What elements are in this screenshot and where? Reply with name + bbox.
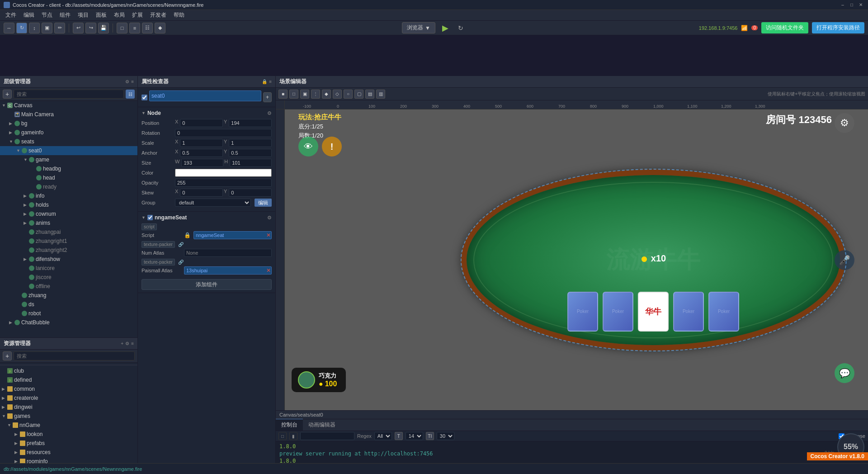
node-active-checkbox[interactable] <box>142 95 147 100</box>
expand-arrow-holds[interactable]: ▶ <box>24 203 29 207</box>
tree-node-chatbubble[interactable]: ▶ ChatBubble <box>0 318 137 327</box>
tree-node-cownum[interactable]: ▶ cownum <box>0 209 137 218</box>
scene-tool-4[interactable]: ⋮ <box>311 90 320 99</box>
properties-lock-icon[interactable]: 🔒 <box>262 79 267 84</box>
menu-edit[interactable]: 编辑 <box>20 10 38 20</box>
group-select[interactable]: default <box>175 199 251 207</box>
open-install-button[interactable]: 打开程序安装路径 <box>812 22 864 33</box>
scene-canvas[interactable]: -100 0 100 200 300 400 500 600 700 800 9… <box>276 100 868 410</box>
expand-arrow-nngame[interactable]: ▼ <box>7 423 13 427</box>
rect-tool-button[interactable]: ▣ <box>42 23 52 33</box>
expand-arrow-games[interactable]: ▼ <box>2 414 7 418</box>
asset-add-icon[interactable]: + <box>121 341 123 346</box>
menu-developer[interactable]: 开发者 <box>146 10 170 20</box>
tree-node-info[interactable]: ▶ info <box>0 191 137 200</box>
tree-node-difenshow[interactable]: ▶ difenshow <box>0 255 137 264</box>
expand-arrow-info[interactable]: ▶ <box>24 194 29 198</box>
hierarchy-search-input[interactable] <box>14 90 124 99</box>
console-search-input[interactable] <box>300 432 354 440</box>
tree-node-seat0[interactable]: ▼ seat0 <box>0 146 137 155</box>
asset-item-games[interactable]: ▼ games <box>0 412 137 421</box>
toolbar-align-button[interactable]: ≡ <box>129 23 140 33</box>
tree-node-holds[interactable]: ▶ holds <box>0 200 137 209</box>
tree-node-zhuangright1[interactable]: zhuangright1 <box>0 237 137 246</box>
rotation-input[interactable] <box>175 129 272 137</box>
asset-item-resources[interactable]: ▶ resources <box>0 448 137 457</box>
scene-tool-7[interactable]: ○ <box>344 90 353 99</box>
tree-node-headbg[interactable]: headbg <box>0 164 137 173</box>
script-clear-button[interactable]: ✕ <box>266 232 271 238</box>
lookon-icon-btn[interactable]: 👁 <box>298 137 318 156</box>
paismall-link[interactable]: 🔗 <box>178 260 184 265</box>
toolbar-snap-button[interactable]: □ <box>117 23 127 33</box>
console-filter-T-button[interactable]: T <box>395 432 403 440</box>
scene-tool-2[interactable]: □ <box>289 90 298 99</box>
texture-packer-link[interactable]: 🔗 <box>178 242 184 247</box>
asset-add-button[interactable]: + <box>3 351 12 360</box>
asset-item-defined[interactable]: js defined <box>0 375 137 384</box>
tree-node-ready[interactable]: ready <box>0 182 137 191</box>
expand-arrow-game[interactable]: ▼ <box>24 157 29 162</box>
expand-arrow-bg[interactable]: ▶ <box>9 121 14 126</box>
browser-selector[interactable]: 浏览器 ▼ <box>402 22 435 33</box>
anchor-y-input[interactable] <box>229 149 272 157</box>
expand-arrow-resources[interactable]: ▶ <box>14 450 20 455</box>
mic-button[interactable]: 🎤 <box>835 250 854 270</box>
tab-animation[interactable]: 动画编辑器 <box>303 419 341 431</box>
asset-item-lookon[interactable]: ▶ lookon <box>0 430 137 439</box>
maximize-button[interactable]: □ <box>848 2 855 8</box>
script-enable-checkbox[interactable] <box>147 215 153 220</box>
expand-arrow-seat0[interactable]: ▼ <box>16 148 22 153</box>
position-x-input[interactable] <box>180 119 223 127</box>
minimize-button[interactable]: – <box>839 2 846 8</box>
play-button[interactable]: ▶ <box>439 22 452 34</box>
asset-item-club[interactable]: js club <box>0 366 137 375</box>
toolbar-redo-button[interactable]: ↪ <box>85 23 96 33</box>
console-pause-button[interactable]: ▮ <box>289 432 297 440</box>
asset-menu-icon[interactable]: ≡ <box>131 341 134 346</box>
menu-help[interactable]: 帮助 <box>170 10 188 20</box>
console-clear-button[interactable]: □ <box>278 432 287 440</box>
move-tool-button[interactable]: ↔ <box>4 23 14 33</box>
hand-tool-button[interactable]: ✏ <box>54 23 65 33</box>
console-30-select[interactable]: 30 <box>437 432 454 440</box>
add-node-button[interactable]: + <box>3 90 12 99</box>
refresh-button[interactable]: ↻ <box>455 23 466 33</box>
properties-menu-icon[interactable]: ≡ <box>269 79 272 84</box>
scene-tool-9[interactable]: ▤ <box>365 90 374 99</box>
hierarchy-menu-icon[interactable]: ≡ <box>131 79 134 84</box>
rotate-tool-button[interactable]: ↻ <box>16 23 27 33</box>
menu-extend[interactable]: 扩展 <box>128 10 146 20</box>
expand-arrow-chatbubble[interactable]: ▶ <box>9 320 14 325</box>
expand-arrow-dingwei[interactable]: ▶ <box>2 405 7 409</box>
expand-arrow-lookon[interactable]: ▶ <box>14 432 20 436</box>
node-section-arrow[interactable]: ▼ <box>142 111 146 115</box>
visit-folder-button[interactable]: 访问随机文件夹 <box>761 22 808 33</box>
expand-arrow-canvas[interactable]: ▼ <box>2 103 7 108</box>
menu-file[interactable]: 文件 <box>2 10 20 20</box>
scene-viewport[interactable]: 流游牛牛 ● x10 Poker Poker 华牛 <box>285 109 868 410</box>
asset-item-nngame[interactable]: ▼ nnGame <box>0 421 137 430</box>
asset-settings-icon[interactable]: ⚙ <box>125 341 129 346</box>
num-atlas-input[interactable] <box>184 249 272 257</box>
asset-item-createrole[interactable]: ▶ createrole <box>0 393 137 403</box>
tree-node-main-camera[interactable]: 📸 Main Camera <box>0 110 137 119</box>
opacity-input[interactable] <box>175 179 272 187</box>
menu-component[interactable]: 组件 <box>56 10 74 20</box>
window-controls[interactable]: – □ ✕ <box>839 2 864 8</box>
tree-node-lanicore[interactable]: lanicore <box>0 264 137 273</box>
node-section-gear[interactable]: ⚙ <box>267 110 272 116</box>
scene-tool-5[interactable]: ◆ <box>322 90 331 99</box>
info-icon-btn[interactable]: ! <box>322 137 342 156</box>
tree-node-offline[interactable]: offline <box>0 282 137 291</box>
toolbar-undo-button[interactable]: ↩ <box>73 23 84 33</box>
toolbar-grid-button[interactable]: ☷ <box>142 23 153 33</box>
expand-arrow-common[interactable]: ▶ <box>2 387 7 391</box>
asset-item-prefabs[interactable]: ▶ prefabs <box>0 439 137 448</box>
scene-tool-6[interactable]: ◇ <box>333 90 342 99</box>
tree-node-game[interactable]: ▼ game <box>0 155 137 164</box>
expand-arrow-difenshow[interactable]: ▶ <box>24 257 29 261</box>
scene-tool-10[interactable]: ▥ <box>376 90 385 99</box>
skew-x-input[interactable] <box>180 189 223 197</box>
node-add-button[interactable]: + <box>263 92 272 102</box>
